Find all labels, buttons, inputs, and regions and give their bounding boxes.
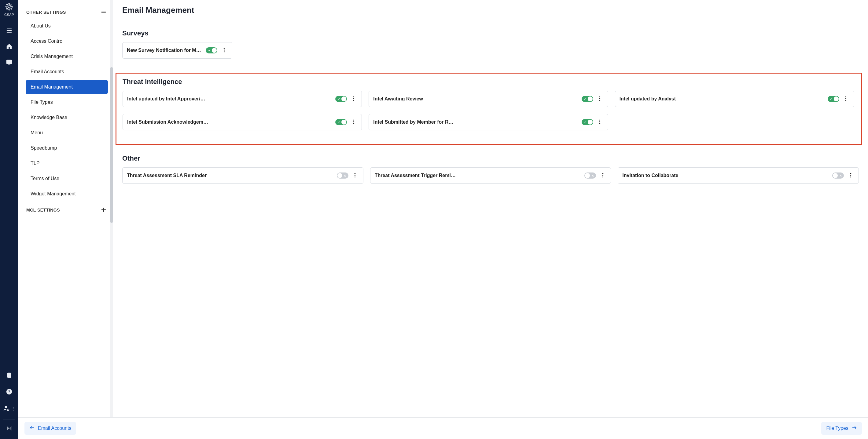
sidebar-item-menu[interactable]: Menu: [26, 126, 108, 140]
frame-body: OTHER SETTINGS−About UsAccess ControlCri…: [18, 0, 868, 417]
sidebar-item-tlp[interactable]: TLP: [26, 156, 108, 170]
sidebar-item-file-types[interactable]: File Types: [26, 95, 108, 109]
svg-text:?: ?: [8, 390, 10, 394]
card-menu-button[interactable]: [351, 172, 359, 179]
kebab-icon: [353, 119, 354, 126]
svg-point-33: [8, 410, 8, 410]
enable-toggle[interactable]: [335, 119, 347, 125]
svg-point-64: [850, 173, 851, 174]
sidebar-item-email-management[interactable]: Email Management: [26, 80, 108, 94]
home-icon: [6, 43, 12, 51]
brand-logo: CSAP: [4, 2, 14, 16]
rail-vendor-logo[interactable]: [0, 422, 18, 436]
email-template-card: Threat Assessment Trigger Remi…: [370, 167, 611, 184]
prev-page-button[interactable]: Email Accounts: [25, 422, 76, 435]
kebab-icon: [223, 47, 225, 54]
card-menu-button[interactable]: [847, 172, 854, 179]
svg-point-65: [850, 175, 851, 175]
card-title: Intel Submitted by Member for R…: [373, 120, 578, 125]
card-menu-button[interactable]: [350, 119, 357, 126]
card-menu-button[interactable]: [596, 119, 603, 126]
prev-page-label: Email Accounts: [38, 426, 71, 431]
toggle-knob: [585, 173, 590, 178]
svg-point-61: [602, 176, 603, 177]
toggle-knob: [212, 48, 217, 53]
sidebar-item-label: Widget Management: [31, 191, 76, 196]
settings-sidebar: OTHER SETTINGS−About UsAccess ControlCri…: [18, 0, 113, 417]
kebab-icon: [354, 172, 356, 179]
rail-menu-button[interactable]: [0, 23, 18, 39]
plus-icon: +: [101, 208, 106, 212]
svg-point-56: [354, 176, 355, 177]
sidebar-section-other[interactable]: OTHER SETTINGS−: [25, 3, 108, 19]
content-scroll[interactable]: Email Management SurveysNew Survey Notif…: [113, 0, 868, 417]
sidebar-item-label: TLP: [31, 161, 39, 166]
sidebar-item-about-us[interactable]: About Us: [26, 19, 108, 33]
svg-point-48: [353, 123, 354, 124]
sidebar-item-knowledge-base[interactable]: Knowledge Base: [26, 110, 108, 125]
page-header: Email Management: [113, 0, 868, 22]
enable-toggle[interactable]: [582, 119, 593, 125]
svg-point-3: [8, 9, 10, 10]
svg-point-35: [223, 49, 224, 50]
enable-toggle[interactable]: [337, 172, 348, 178]
brand-network-icon: [5, 2, 13, 12]
enable-toggle[interactable]: [206, 47, 217, 54]
rail-clipboard-button[interactable]: [0, 368, 18, 384]
enable-toggle[interactable]: [582, 96, 593, 102]
email-template-card: Intel updated by Intel Approver/…: [123, 91, 362, 107]
toggle-knob: [588, 97, 593, 101]
rail-separator-bottom: [3, 419, 15, 419]
section-title: Other: [122, 155, 859, 162]
svg-rect-17: [7, 29, 12, 29]
enable-toggle[interactable]: [828, 96, 839, 102]
email-template-card: Intel updated by Analyst: [615, 91, 854, 107]
toggle-knob: [588, 120, 593, 125]
svg-line-14: [7, 8, 8, 8]
sidebar-scroll-thumb[interactable]: [110, 67, 113, 223]
sidebar-item-label: Email Management: [31, 84, 73, 90]
menu-icon: [6, 27, 12, 35]
rail-top: CSAP: [0, 0, 18, 75]
email-template-card: Threat Assessment SLA Reminder: [122, 167, 363, 184]
x-icon: [343, 174, 347, 177]
sidebar-item-widget-management[interactable]: Widget Management: [26, 187, 108, 201]
svg-point-7: [11, 6, 13, 7]
card-menu-button[interactable]: [599, 172, 607, 179]
rail-separator: [3, 73, 15, 73]
x-icon: [839, 174, 842, 177]
svg-point-59: [602, 173, 603, 174]
kebab-icon: [599, 96, 600, 102]
sidebar-item-access-control[interactable]: Access Control: [26, 34, 108, 48]
check-icon: [829, 97, 833, 101]
check-icon: [337, 120, 340, 124]
card-menu-button[interactable]: [596, 95, 603, 103]
card-menu-button[interactable]: [350, 95, 357, 103]
rail-user-menu[interactable]: ⋮: [0, 401, 18, 417]
sidebar-section-mcl[interactable]: MCL SETTINGS+: [25, 201, 108, 217]
clipboard-icon: [6, 372, 12, 380]
kebab-icon: [599, 119, 600, 126]
rail-help-button[interactable]: ?: [0, 384, 18, 400]
sidebar-item-speedbump[interactable]: Speedbump: [26, 141, 108, 155]
email-template-card: New Survey Notification for Me…: [122, 42, 232, 59]
sidebar-item-crisis-management[interactable]: Crisis Management: [26, 49, 108, 64]
next-page-button[interactable]: File Types: [821, 422, 862, 435]
card-menu-button[interactable]: [220, 47, 228, 54]
svg-line-16: [10, 8, 11, 8]
enable-toggle[interactable]: [832, 172, 844, 178]
sidebar-item-label: Menu: [31, 130, 43, 135]
card-title: Invitation to Collaborate: [622, 173, 829, 178]
enable-toggle[interactable]: [335, 96, 347, 102]
sidebar-item-label: File Types: [31, 100, 53, 105]
svg-point-51: [599, 123, 600, 124]
rail-monitor-button[interactable]: [0, 55, 18, 71]
card-menu-button[interactable]: [842, 95, 850, 103]
arrow-left-icon: [29, 425, 35, 432]
enable-toggle[interactable]: [584, 172, 596, 178]
sidebar-item-terms-of-use[interactable]: Terms of Use: [26, 172, 108, 185]
rail-home-button[interactable]: [0, 39, 18, 55]
sidebar-item-email-accounts[interactable]: Email Accounts: [26, 65, 108, 79]
sidebar-scroll[interactable]: OTHER SETTINGS−About UsAccess ControlCri…: [18, 0, 113, 417]
svg-line-10: [7, 5, 8, 6]
